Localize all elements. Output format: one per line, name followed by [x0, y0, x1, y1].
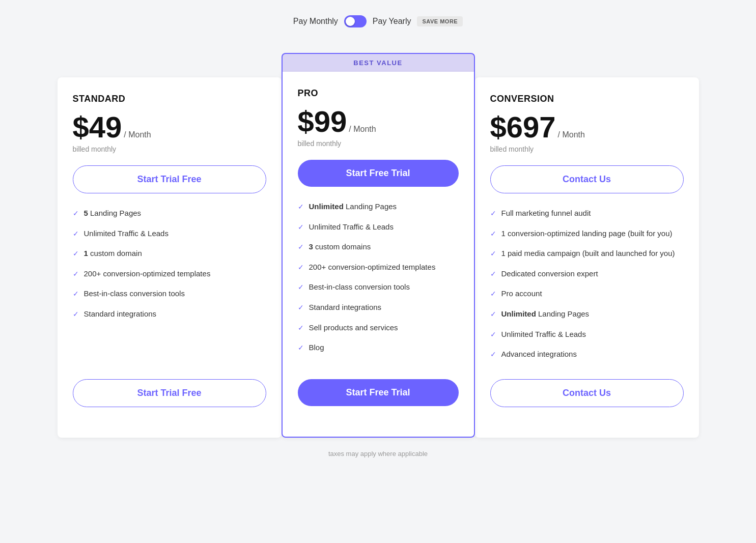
check-icon: ✓ — [73, 269, 79, 279]
check-icon: ✓ — [490, 229, 496, 239]
check-icon: ✓ — [490, 350, 496, 360]
list-item: ✓200+ conversion-optimized templates — [73, 268, 266, 279]
conversion-period: / Month — [558, 130, 585, 139]
conversion-plan-name: CONVERSION — [490, 94, 684, 104]
check-icon: ✓ — [490, 289, 496, 299]
yearly-label: Pay Yearly — [373, 17, 411, 26]
pro-plan-wrapper: BEST VALUE PRO $99 / Month billed monthl… — [282, 53, 475, 438]
check-icon: ✓ — [73, 209, 79, 219]
toggle-thumb — [346, 17, 355, 26]
list-item: ✓Full marketing funnel audit — [490, 208, 684, 219]
pro-price: $99 — [298, 107, 347, 136]
pro-features-list: ✓Unlimited Landing Pages ✓Unlimited Traf… — [298, 201, 459, 369]
pro-price-row: $99 / Month — [298, 107, 459, 136]
standard-features-list: ✓5 Landing Pages ✓Unlimited Traffic & Le… — [73, 208, 266, 369]
check-icon: ✓ — [490, 249, 496, 259]
conversion-cta-top-button[interactable]: Contact Us — [490, 165, 684, 193]
standard-period: / Month — [124, 130, 151, 139]
list-item: ✓Standard integrations — [298, 302, 459, 313]
conversion-price: $697 — [490, 112, 556, 142]
conversion-billed-note: billed monthly — [490, 145, 684, 153]
conversion-price-row: $697 / Month — [490, 112, 684, 142]
list-item: ✓Unlimited Landing Pages — [298, 201, 459, 212]
best-value-banner: BEST VALUE — [282, 53, 475, 72]
pro-period: / Month — [349, 125, 376, 134]
standard-cta-bottom-button[interactable]: Start Trial Free — [73, 379, 266, 407]
check-icon: ✓ — [490, 269, 496, 279]
check-icon: ✓ — [73, 289, 79, 299]
list-item: ✓Unlimited Traffic & Leads — [490, 329, 684, 340]
pro-cta-bottom-wrapper: Start Free Trial — [298, 369, 459, 420]
check-icon: ✓ — [298, 222, 304, 233]
list-item: ✓Blog — [298, 342, 459, 353]
list-item: ✓5 Landing Pages — [73, 208, 266, 219]
list-item: ✓3 custom domains — [298, 241, 459, 252]
list-item: ✓Unlimited Traffic & Leads — [73, 228, 266, 239]
monthly-label: Pay Monthly — [293, 17, 338, 26]
check-icon: ✓ — [298, 343, 304, 353]
conversion-features-list: ✓Full marketing funnel audit ✓1 conversi… — [490, 208, 684, 369]
list-item: ✓Best-in-class conversion tools — [73, 288, 266, 299]
pro-cta-bottom-button[interactable]: Start Free Trial — [298, 379, 459, 406]
list-item: ✓Pro account — [490, 288, 684, 299]
standard-plan-card: STANDARD $49 / Month billed monthly Star… — [58, 77, 282, 438]
check-icon: ✓ — [298, 282, 304, 293]
check-icon: ✓ — [73, 309, 79, 320]
standard-price-row: $49 / Month — [73, 112, 266, 142]
pro-plan-card: PRO $99 / Month billed monthly Start Fre… — [282, 72, 475, 438]
list-item: ✓Standard integrations — [73, 308, 266, 320]
standard-cta-top-button[interactable]: Start Trial Free — [73, 165, 266, 193]
list-item: ✓Advanced integrations — [490, 349, 684, 360]
check-icon: ✓ — [73, 249, 79, 259]
list-item: ✓Best-in-class conversion tools — [298, 281, 459, 293]
list-item: ✓1 paid media campaign (built and launch… — [490, 248, 684, 259]
standard-billed-note: billed monthly — [73, 145, 266, 153]
check-icon: ✓ — [298, 303, 304, 313]
billing-toggle: Pay Monthly Pay Yearly SAVE MORE — [293, 15, 463, 27]
pro-plan-name: PRO — [298, 88, 459, 99]
standard-price: $49 — [73, 112, 122, 142]
pricing-cards: STANDARD $49 / Month billed monthly Star… — [58, 53, 699, 438]
check-icon: ✓ — [73, 229, 79, 239]
pro-cta-top-button[interactable]: Start Free Trial — [298, 160, 459, 187]
save-more-badge: SAVE MORE — [417, 16, 463, 26]
list-item: ✓1 custom domain — [73, 248, 266, 259]
footer-note: taxes may apply where applicable — [328, 450, 428, 458]
check-icon: ✓ — [298, 242, 304, 252]
check-icon: ✓ — [490, 209, 496, 219]
conversion-cta-bottom-button[interactable]: Contact Us — [490, 379, 684, 407]
check-icon: ✓ — [298, 202, 304, 212]
billing-toggle-switch[interactable] — [344, 15, 367, 27]
standard-plan-name: STANDARD — [73, 94, 266, 104]
list-item: ✓Sell products and services — [298, 322, 459, 333]
list-item: ✓200+ conversion-optimized templates — [298, 262, 459, 273]
conversion-cta-bottom-wrapper: Contact Us — [490, 369, 684, 421]
check-icon: ✓ — [298, 323, 304, 333]
list-item: ✓Unlimited Landing Pages — [490, 308, 684, 320]
list-item: ✓Dedicated conversion expert — [490, 268, 684, 279]
list-item: ✓Unlimited Traffic & Leads — [298, 221, 459, 233]
conversion-plan-card: CONVERSION $697 / Month billed monthly C… — [475, 77, 699, 438]
check-icon: ✓ — [490, 309, 496, 320]
check-icon: ✓ — [298, 263, 304, 273]
pro-billed-note: billed monthly — [298, 139, 459, 148]
list-item: ✓1 conversion-optimized landing page (bu… — [490, 228, 684, 239]
check-icon: ✓ — [490, 330, 496, 340]
standard-cta-bottom-wrapper: Start Trial Free — [73, 369, 266, 421]
